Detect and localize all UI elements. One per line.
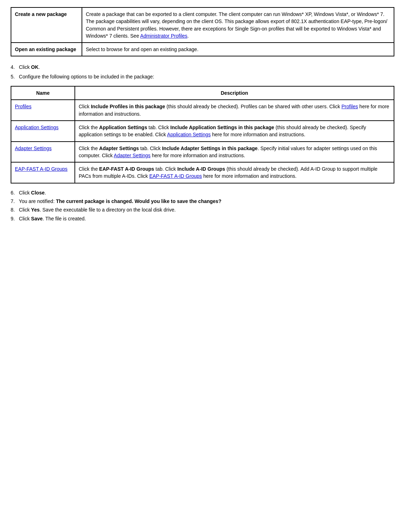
table-row: Adapter Settings Click the Adapter Setti… [11, 142, 394, 163]
step-9-text: Click Save. The file is created. [19, 216, 86, 221]
step-8-number: 8. [11, 207, 17, 213]
table-row: Create a new package Create a package th… [11, 7, 394, 43]
config-table-header-row: Name Description [11, 86, 394, 100]
adapter-settings-inline-link[interactable]: Adapter Settings [114, 153, 151, 158]
step-5: 5. Configure the following options to be… [11, 73, 394, 80]
col-header-name: Name [11, 86, 75, 100]
step-6-number: 6. [11, 190, 17, 196]
step-4-text: Click OK. [19, 64, 40, 70]
step-4-number: 4. [11, 64, 17, 70]
application-settings-link[interactable]: Application Settings [15, 125, 59, 130]
top-package-table: Create a new package Create a package th… [11, 7, 394, 56]
step-5-text: Configure the following options to be in… [19, 74, 154, 79]
eap-fast-desc-cell: Click the EAP-FAST A-ID Groups tab. Clic… [75, 162, 394, 183]
eap-fast-link[interactable]: EAP-FAST A-ID Groups [15, 166, 67, 172]
table-row: Application Settings Click the Applicati… [11, 121, 394, 142]
adapter-settings-link[interactable]: Adapter Settings [15, 146, 52, 151]
open-package-desc: Select to browse for and open an existin… [82, 43, 394, 56]
step-7: 7. You are notified: The current package… [11, 198, 394, 205]
application-settings-inline-link[interactable]: Application Settings [167, 132, 211, 137]
step-7-number: 7. [11, 198, 17, 204]
app-settings-desc-cell: Click the Application Settings tab. Clic… [75, 121, 394, 142]
profiles-inline-link[interactable]: Profiles [342, 104, 358, 109]
step-8: 8. Click Yes. Save the executable file t… [11, 206, 394, 213]
step-9-number: 9. [11, 216, 17, 221]
table-row: Open an existing package Select to brows… [11, 43, 394, 56]
steps-before: 4. Click OK. 5. Configure the following … [11, 64, 394, 80]
step-7-text: You are notified: The current package is… [19, 198, 221, 204]
col-header-description: Description [75, 86, 394, 100]
step-9: 9. Click Save. The file is created. [11, 215, 394, 222]
profiles-link[interactable]: Profiles [15, 104, 32, 109]
create-package-desc: Create a package that can be exported to… [82, 7, 394, 43]
profiles-name-cell: Profiles [11, 100, 75, 121]
steps-after: 6. Click Close. 7. You are notified: The… [11, 189, 394, 222]
profiles-desc-cell: Click Include Profiles in this package (… [75, 100, 394, 121]
open-package-name: Open an existing package [11, 43, 82, 56]
step-6: 6. Click Close. [11, 189, 394, 196]
admin-profiles-link[interactable]: Administrator Profiles [140, 33, 187, 39]
step-8-text: Click Yes. Save the executable file to a… [19, 207, 176, 213]
step-6-text: Click Close. [19, 190, 46, 196]
step-4: 4. Click OK. [11, 64, 394, 71]
adapter-settings-desc-cell: Click the Adapter Settings tab. Click In… [75, 142, 394, 163]
create-package-name: Create a new package [11, 7, 82, 43]
config-options-table: Name Description Profiles Click Include … [11, 86, 394, 183]
table-row: EAP-FAST A-ID Groups Click the EAP-FAST … [11, 162, 394, 183]
app-settings-name-cell: Application Settings [11, 121, 75, 142]
table-row: Profiles Click Include Profiles in this … [11, 100, 394, 121]
eap-fast-inline-link[interactable]: EAP-FAST A-ID Groups [149, 173, 202, 179]
step-5-number: 5. [11, 74, 17, 79]
adapter-settings-name-cell: Adapter Settings [11, 142, 75, 163]
eap-fast-name-cell: EAP-FAST A-ID Groups [11, 162, 75, 183]
